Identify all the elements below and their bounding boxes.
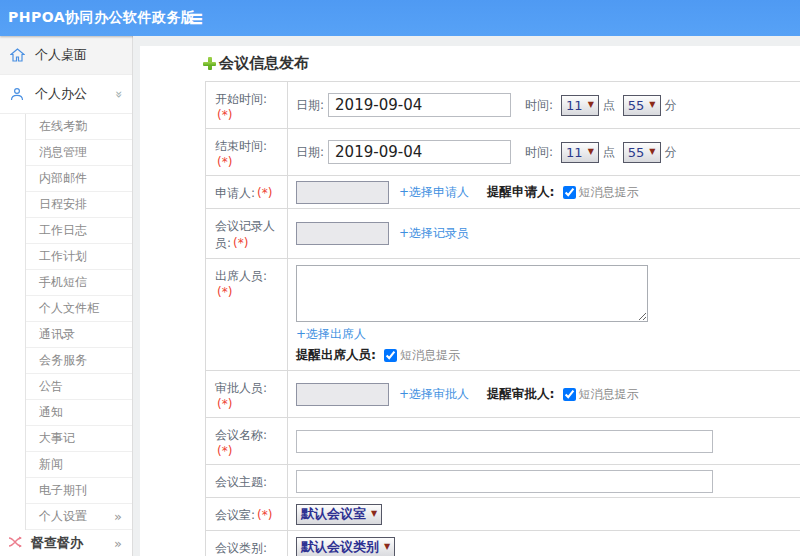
meeting-room-select[interactable]: 默认会议室▼	[296, 504, 382, 525]
row-attendees: 出席人员:(*) +选择出席人 提醒出席人员: 短消息提示	[206, 259, 800, 371]
field-label: 会议类别:	[206, 531, 288, 556]
sidebar-item-sms[interactable]: 手机短信	[26, 270, 132, 296]
attendees-sms-checkbox[interactable]	[384, 349, 397, 362]
sidebar-item-supervision[interactable]: 督查督办 »	[0, 530, 132, 556]
applicant-input[interactable]	[296, 181, 389, 204]
sms-hint-label: 短消息提示	[579, 386, 639, 403]
field-label: 会议主题:	[206, 465, 288, 497]
sidebar-item-work-plan[interactable]: 工作计划	[26, 244, 132, 270]
sidebar-item-personal-settings[interactable]: 个人设置 »	[26, 504, 132, 530]
field-label: 出席人员:(*)	[206, 259, 288, 370]
field-label: 会议室:(*)	[206, 498, 288, 530]
sidebar-item-office[interactable]: 个人办公 »	[0, 75, 132, 114]
sidebar-item-attendance[interactable]: 在线考勤	[26, 114, 132, 140]
required-mark: (*)	[257, 508, 272, 522]
start-hour-select[interactable]: 11▼	[561, 95, 599, 116]
sidebar-item-label: 个人办公	[35, 85, 87, 103]
sub-item-label: 消息管理	[39, 144, 87, 161]
caret-down-icon: ▼	[371, 510, 377, 518]
minute-unit: 分	[665, 144, 677, 161]
recorder-input[interactable]	[296, 222, 389, 245]
field-label: 结束时间:(*)	[206, 129, 288, 175]
row-meeting-name: 会议名称:(*)	[206, 418, 800, 465]
sub-item-label: 日程安排	[39, 196, 87, 213]
start-date-input[interactable]	[328, 93, 511, 117]
sidebar-item-internal-mail[interactable]: 内部邮件	[26, 166, 132, 192]
sms-hint-label: 短消息提示	[579, 184, 639, 201]
page-header: 会议信息发布	[203, 54, 800, 73]
end-date-input[interactable]	[328, 140, 511, 164]
user-icon	[10, 86, 28, 102]
sidebar-item-desktop[interactable]: 个人桌面	[0, 36, 132, 75]
caret-down-icon: ▼	[588, 148, 594, 156]
field-label: 会议记录人员:(*)	[206, 209, 288, 258]
required-mark: (*)	[217, 444, 232, 458]
approver-input[interactable]	[296, 383, 389, 406]
field-label: 审批人员:(*)	[206, 371, 288, 417]
end-minute-select[interactable]: 55▼	[623, 142, 661, 163]
field-label: 申请人:(*)	[206, 176, 288, 208]
sub-item-label: 个人文件柜	[39, 300, 99, 317]
required-mark: (*)	[217, 285, 232, 299]
caret-down-icon: ▼	[649, 101, 655, 109]
sidebar-item-file-cabinet[interactable]: 个人文件柜	[26, 296, 132, 322]
row-meeting-room: 会议室:(*) 默认会议室▼	[206, 498, 800, 531]
sidebar-submenu: 在线考勤 消息管理 内部邮件 日程安排 工作日志 工作计划 手机短信 个人文件柜…	[25, 114, 132, 530]
sub-item-label: 公告	[39, 378, 63, 395]
row-recorder: 会议记录人员:(*) +选择记录员	[206, 209, 800, 259]
remind-applicant-label: 提醒申请人:	[487, 184, 555, 201]
applicant-sms-checkbox[interactable]	[563, 186, 576, 199]
caret-down-icon: ▼	[649, 148, 655, 156]
choose-applicant-link[interactable]: +选择申请人	[399, 184, 469, 201]
chevron-double-down-icon: »	[113, 90, 128, 98]
choose-approver-link[interactable]: +选择审批人	[399, 386, 469, 403]
attendees-textarea[interactable]	[296, 265, 648, 322]
remind-attendees-label: 提醒出席人员:	[296, 347, 376, 364]
sub-item-label: 会务服务	[39, 352, 87, 369]
sidebar-item-e-journal[interactable]: 电子期刊	[26, 478, 132, 504]
sidebar-item-notice[interactable]: 通知	[26, 400, 132, 426]
chevron-right-icon: »	[114, 536, 122, 551]
meeting-type-select[interactable]: 默认会议类别▼	[296, 537, 395, 556]
remind-approver-label: 提醒审批人:	[487, 386, 555, 403]
row-meeting-subject: 会议主题:	[206, 465, 800, 498]
hamburger-menu-icon[interactable]: ≡	[188, 7, 204, 29]
choose-attendees-link[interactable]: +选择出席人	[296, 326, 366, 343]
sidebar-item-announcement[interactable]: 公告	[26, 374, 132, 400]
field-label: 开始时间:(*)	[206, 82, 288, 128]
row-meeting-type: 会议类别: 默认会议类别▼	[206, 531, 800, 556]
row-approver: 审批人员:(*) +选择审批人 提醒审批人: 短消息提示	[206, 371, 800, 418]
sidebar-item-work-log[interactable]: 工作日志	[26, 218, 132, 244]
required-mark: (*)	[217, 108, 232, 122]
approver-sms-checkbox[interactable]	[563, 388, 576, 401]
hour-unit: 点	[603, 144, 615, 161]
sub-item-label: 通知	[39, 404, 63, 421]
sms-hint-label: 短消息提示	[400, 347, 460, 364]
sidebar-item-contacts[interactable]: 通讯录	[26, 322, 132, 348]
end-hour-select[interactable]: 11▼	[561, 142, 599, 163]
main-content: 会议信息发布 开始时间:(*) 日期: 时间: 11▼ 点 55▼ 分	[133, 36, 800, 556]
start-minute-select[interactable]: 55▼	[623, 95, 661, 116]
chevron-right-icon: »	[114, 509, 122, 524]
meeting-subject-input[interactable]	[296, 470, 713, 493]
date-label: 日期:	[296, 97, 324, 114]
sidebar-item-messages[interactable]: 消息管理	[26, 140, 132, 166]
required-mark: (*)	[217, 397, 232, 411]
app-header: PHPOA协同办公软件政务版 ≡	[0, 0, 800, 36]
meeting-name-input[interactable]	[296, 430, 713, 453]
sidebar-item-schedule[interactable]: 日程安排	[26, 192, 132, 218]
shuffle-icon	[8, 536, 25, 551]
choose-recorder-link[interactable]: +选择记录员	[399, 225, 469, 242]
sidebar: 个人桌面 个人办公 » 在线考勤 消息管理 内部邮件 日程安排 工作日志 工作计…	[0, 36, 133, 556]
sub-item-label: 个人设置	[39, 508, 87, 525]
content-card: 会议信息发布 开始时间:(*) 日期: 时间: 11▼ 点 55▼ 分	[140, 46, 800, 556]
sidebar-item-news[interactable]: 新闻	[26, 452, 132, 478]
row-start-time: 开始时间:(*) 日期: 时间: 11▼ 点 55▼ 分	[206, 82, 800, 129]
add-plus-icon	[203, 57, 216, 70]
time-label: 时间:	[525, 144, 553, 161]
row-applicant: 申请人:(*) +选择申请人 提醒申请人: 短消息提示	[206, 176, 800, 209]
sidebar-item-conference-service[interactable]: 会务服务	[26, 348, 132, 374]
sidebar-item-memorabilia[interactable]: 大事记	[26, 426, 132, 452]
sidebar-item-label: 个人桌面	[35, 46, 87, 64]
date-label: 日期:	[296, 144, 324, 161]
